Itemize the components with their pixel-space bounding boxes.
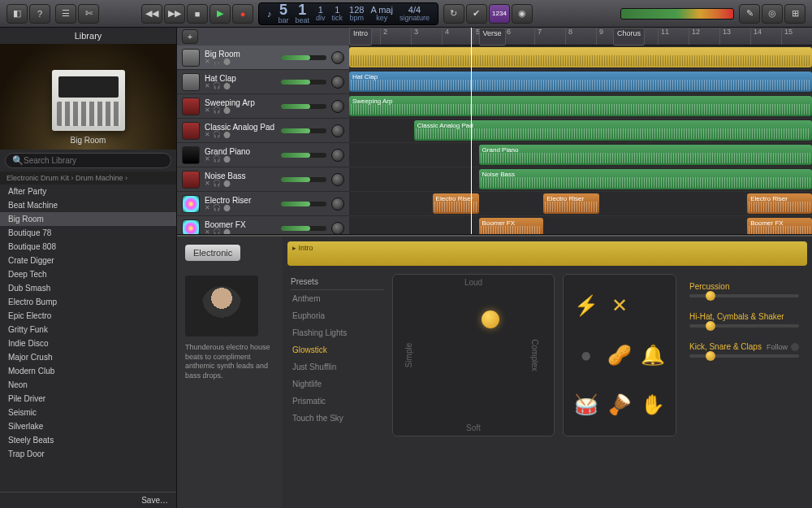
region[interactable]: Noise Bass [479, 169, 812, 189]
volume-slider[interactable] [281, 202, 326, 206]
complexity-slider[interactable] [689, 294, 799, 297]
library-item[interactable]: Epic Electro [0, 309, 176, 323]
library-breadcrumb[interactable]: Electronic Drum Kit › Drum Machine › [0, 172, 176, 185]
ruler-tick[interactable]: 9 [596, 28, 627, 45]
ruler-tick[interactable]: 2 [380, 28, 411, 45]
volume-slider[interactable] [281, 153, 326, 158]
region[interactable]: Grand Piano [479, 145, 812, 165]
rec-icon[interactable]: ⬤ [223, 180, 231, 188]
solo-icon[interactable]: 🎧 [213, 83, 221, 90]
region[interactable]: Sweeping Arp [349, 96, 812, 116]
save-button[interactable]: Save… [0, 492, 176, 508]
scissors-button[interactable]: ✄ [78, 4, 99, 24]
tuner-button[interactable]: ✔ [466, 4, 487, 24]
solo-icon[interactable]: 🎧 [213, 229, 221, 234]
slider-thumb[interactable] [706, 321, 715, 331]
ruler-tick[interactable]: 5 [473, 28, 503, 45]
editor-region-strip[interactable]: ▸ Intro [287, 241, 807, 266]
library-item[interactable]: Pile Driver [0, 392, 176, 406]
complexity-slider[interactable] [689, 324, 799, 328]
slider-thumb[interactable] [706, 351, 715, 361]
volume-slider[interactable] [281, 128, 326, 133]
kit-piece-icon[interactable]: 🥜 [605, 332, 633, 377]
kit-piece-icon[interactable]: ● [572, 332, 600, 377]
mute-icon[interactable]: ✕ [205, 229, 210, 234]
pan-knob[interactable] [331, 198, 344, 211]
ruler-tick[interactable]: 1 [349, 28, 380, 45]
complexity-slider[interactable] [689, 354, 799, 358]
preset-item[interactable]: Flashing Lights [291, 324, 384, 341]
kit-piece-icon[interactable]: ✕ [605, 283, 633, 328]
pan-knob[interactable] [331, 76, 344, 89]
ruler-tick[interactable]: 3 [411, 28, 442, 45]
kit-piece-icon[interactable]: 🔔 [639, 332, 667, 377]
kit-piece-icon[interactable]: ✋ [639, 383, 667, 428]
library-item[interactable]: Boutique 808 [0, 240, 176, 254]
kit-piece-icon[interactable]: 🪘 [605, 383, 633, 428]
library-item[interactable]: Seismic [0, 406, 176, 419]
pan-knob[interactable] [331, 51, 344, 64]
volume-slider[interactable] [281, 80, 326, 85]
track-header[interactable]: Hat Clap✕ 🎧 ⬤ [177, 70, 349, 94]
library-item[interactable]: Modern Club [0, 364, 176, 378]
rec-icon[interactable]: ⬤ [223, 59, 231, 66]
xy-puck[interactable] [482, 310, 499, 328]
forward-button[interactable]: ▶▶ [164, 4, 185, 24]
arrange-area[interactable]: 123456789101112131415 IntroVerseChorus H… [349, 28, 812, 234]
rewind-button[interactable]: ◀◀ [141, 4, 162, 24]
record-button[interactable]: ● [232, 4, 253, 24]
master-volume-meter[interactable] [620, 8, 734, 20]
drummer-avatar[interactable] [185, 276, 258, 336]
preset-item[interactable]: Glowstick [291, 341, 384, 358]
stop-button[interactable]: ■ [187, 4, 208, 24]
preset-item[interactable]: Just Shufflin [291, 358, 384, 376]
lcd-display[interactable]: ♪ 5bar 1beat 1div 1tick 128bpm A majkey … [258, 2, 438, 25]
library-item[interactable]: Neon [0, 378, 176, 392]
volume-slider[interactable] [281, 55, 326, 60]
library-item[interactable]: Electro Bump [0, 295, 176, 309]
kit-piece-icon[interactable]: 🥁 [572, 383, 600, 428]
track-header[interactable]: Classic Analog Pad✕ 🎧 ⬤ [177, 119, 349, 143]
library-toggle-button[interactable]: ◧ [6, 4, 28, 24]
library-item[interactable]: Boutique 78 [0, 226, 176, 240]
media-button[interactable]: ⊞ [784, 4, 806, 24]
genre-selector[interactable]: Electronic [185, 245, 240, 261]
ruler-tick[interactable]: 11 [658, 28, 689, 45]
library-item[interactable]: Crate Digger [0, 254, 176, 267]
rec-icon[interactable]: ⬤ [223, 205, 231, 212]
solo-icon[interactable]: 🎧 [213, 205, 221, 212]
ruler-tick[interactable]: 14 [750, 28, 781, 45]
notepad-button[interactable]: ✎ [739, 4, 760, 24]
region[interactable]: Electro Riser [747, 193, 812, 214]
pan-knob[interactable] [331, 222, 344, 235]
playhead[interactable] [471, 28, 472, 234]
solo-icon[interactable]: 🎧 [213, 156, 221, 163]
mute-icon[interactable]: ✕ [205, 59, 210, 66]
ruler-tick[interactable]: 12 [689, 28, 719, 45]
volume-slider[interactable] [281, 177, 326, 182]
follow-toggle[interactable]: Follow [767, 342, 799, 351]
track-header[interactable]: Sweeping Arp✕ 🎧 ⬤ [177, 94, 349, 119]
mute-icon[interactable]: ✕ [205, 180, 210, 188]
browser-button[interactable]: ☰ [55, 4, 76, 24]
track-header[interactable]: Noise Bass✕ 🎧 ⬤ [177, 167, 349, 192]
ruler-tick[interactable]: 15 [781, 28, 812, 45]
region[interactable]: Boomer FX [747, 218, 812, 234]
countoff-button[interactable]: 1234 [489, 4, 510, 24]
track-header[interactable]: Grand Piano✕ 🎧 ⬤ [177, 143, 349, 167]
mute-icon[interactable]: ✕ [205, 132, 210, 139]
metronome-button[interactable]: ◉ [512, 4, 533, 24]
library-item[interactable]: Indie Disco [0, 336, 176, 350]
loops-button[interactable]: ◎ [762, 4, 783, 24]
track-header[interactable]: Big Room✕ 🎧 ⬤ [177, 46, 349, 70]
preset-item[interactable]: Euphoria [291, 307, 384, 324]
kit-piece-icon[interactable] [639, 283, 667, 328]
track-header[interactable]: Electro Riser✕ 🎧 ⬤ [177, 192, 349, 216]
library-item[interactable]: Beat Machine [0, 198, 176, 212]
ruler[interactable]: 123456789101112131415 [349, 28, 812, 46]
solo-icon[interactable]: 🎧 [213, 132, 221, 139]
library-item[interactable]: Steely Beats [0, 433, 176, 447]
play-button[interactable]: ▶ [209, 4, 231, 24]
library-search[interactable]: 🔍 [5, 153, 171, 168]
rec-icon[interactable]: ⬤ [223, 156, 231, 163]
